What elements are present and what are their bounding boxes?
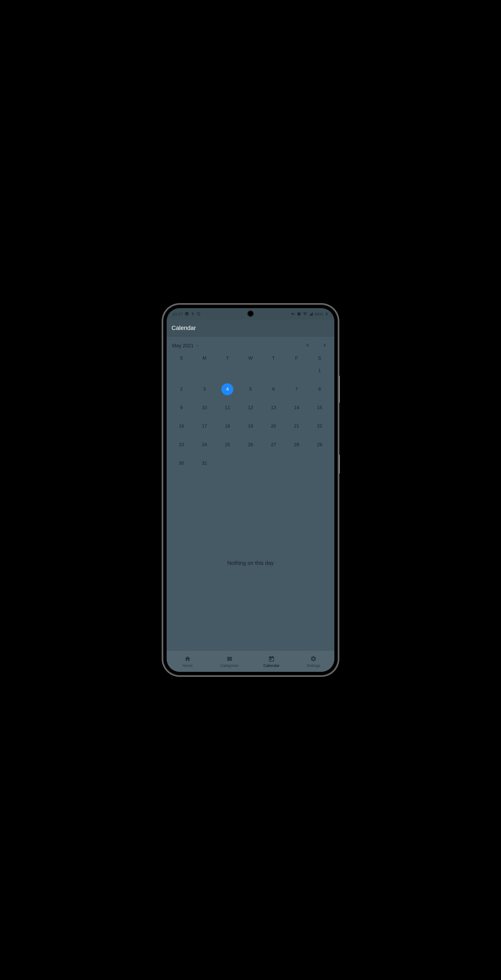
- day-cell[interactable]: 10: [193, 401, 216, 414]
- status-left: 10:27: [172, 312, 201, 316]
- day-number: 18: [225, 423, 230, 429]
- day-cell[interactable]: 28: [285, 438, 308, 451]
- day-cell[interactable]: 19: [239, 420, 262, 433]
- month-row: May 2021: [167, 336, 334, 353]
- day-cell[interactable]: 7: [285, 383, 308, 396]
- day-number: 11: [225, 405, 230, 410]
- chevron-right-icon: [321, 342, 328, 349]
- day-cell[interactable]: 4: [216, 383, 239, 396]
- calendar-icon: [268, 655, 275, 662]
- volume-rocker: [339, 375, 340, 403]
- day-number: 16: [179, 423, 184, 429]
- days-grid: 1234567891011121314151617181920212223242…: [170, 364, 331, 470]
- month-label-text: May 2021: [172, 343, 194, 349]
- image-icon: [184, 312, 189, 316]
- calendar-grid: SMTWTFS 12345678910111213141516171819202…: [167, 353, 334, 475]
- app-bar: Calendar: [167, 320, 334, 336]
- day-number: 4: [221, 383, 233, 395]
- nav-home[interactable]: Home: [167, 651, 208, 672]
- battery-percent: 69%: [315, 312, 323, 316]
- gear-icon: [310, 655, 317, 662]
- page-title: Calendar: [172, 325, 196, 332]
- day-cell[interactable]: 6: [262, 383, 285, 396]
- day-number: 1: [318, 368, 321, 374]
- camera-notch: [247, 310, 254, 317]
- day-cell[interactable]: 12: [239, 401, 262, 414]
- day-number: 20: [271, 423, 276, 429]
- weekday-label: S: [308, 356, 331, 361]
- weekday-label: F: [285, 356, 308, 361]
- weekday-label: T: [216, 356, 239, 361]
- day-cell[interactable]: 20: [262, 420, 285, 433]
- day-number: 6: [272, 387, 275, 392]
- day-number: 27: [271, 442, 276, 447]
- day-cell[interactable]: 29: [308, 438, 331, 451]
- usb-icon: [191, 312, 195, 316]
- day-cell[interactable]: 26: [239, 438, 262, 451]
- day-cell[interactable]: 25: [216, 438, 239, 451]
- day-number: 13: [271, 405, 276, 410]
- nav-calendar[interactable]: Calendar: [250, 651, 293, 672]
- day-number: 7: [295, 387, 297, 392]
- day-cell[interactable]: 8: [308, 383, 331, 396]
- nav-categories[interactable]: Categories: [208, 651, 250, 672]
- battery-icon: [324, 312, 329, 316]
- month-picker[interactable]: May 2021: [172, 343, 200, 349]
- day-cell[interactable]: 17: [193, 420, 216, 433]
- empty-day-text: Nothing on this day: [227, 560, 274, 566]
- bottom-nav: Home Categories Calendar Settings: [167, 651, 334, 672]
- day-cell[interactable]: 18: [216, 420, 239, 433]
- day-number: 24: [202, 442, 207, 447]
- day-cell[interactable]: 15: [308, 401, 331, 414]
- day-number: 2: [180, 387, 183, 392]
- day-cell[interactable]: 3: [193, 383, 216, 396]
- day-cell[interactable]: 23: [170, 438, 193, 451]
- day-number: 23: [179, 442, 184, 447]
- day-number: 17: [202, 423, 207, 429]
- day-number: 15: [317, 405, 322, 410]
- sync-off-icon: [197, 312, 201, 316]
- prev-month-button[interactable]: [303, 341, 312, 350]
- signal-icon: [309, 312, 313, 316]
- phone-frame: 10:27: [163, 305, 338, 675]
- day-number: 30: [179, 461, 184, 466]
- day-cell[interactable]: 11: [216, 401, 239, 414]
- day-number: 19: [248, 423, 253, 429]
- home-icon: [184, 655, 191, 662]
- day-cell[interactable]: 14: [285, 401, 308, 414]
- day-cell-empty: [285, 364, 308, 377]
- day-cell[interactable]: 1: [308, 364, 331, 377]
- day-cell[interactable]: 5: [239, 383, 262, 396]
- weekday-label: S: [170, 356, 193, 361]
- mute-icon: [291, 312, 295, 316]
- day-cell[interactable]: 2: [170, 383, 193, 396]
- empty-day-message: Nothing on this day: [167, 475, 334, 651]
- day-number: 3: [203, 387, 205, 392]
- nav-calendar-label: Calendar: [263, 663, 280, 668]
- phone-screen: 10:27: [167, 308, 334, 672]
- day-cell-empty: [216, 364, 239, 377]
- month-nav: [303, 341, 329, 350]
- weekday-label: M: [193, 356, 216, 361]
- alarm-icon: [297, 312, 301, 316]
- day-cell[interactable]: 13: [262, 401, 285, 414]
- weekday-label: T: [262, 356, 285, 361]
- nav-categories-label: Categories: [220, 663, 239, 668]
- day-cell[interactable]: 9: [170, 401, 193, 414]
- day-cell[interactable]: 21: [285, 420, 308, 433]
- day-cell[interactable]: 27: [262, 438, 285, 451]
- day-number: 10: [202, 405, 207, 410]
- day-cell[interactable]: 30: [170, 457, 193, 470]
- next-month-button[interactable]: [320, 341, 329, 350]
- nav-settings-label: Settings: [307, 663, 320, 668]
- day-number: 9: [180, 405, 183, 410]
- nav-home-label: Home: [183, 663, 192, 668]
- day-cell[interactable]: 22: [308, 420, 331, 433]
- day-cell[interactable]: 16: [170, 420, 193, 433]
- day-number: 31: [202, 461, 207, 466]
- day-number: 14: [294, 405, 299, 410]
- day-cell[interactable]: 24: [193, 438, 216, 451]
- nav-settings[interactable]: Settings: [293, 651, 334, 672]
- day-cell-empty: [262, 364, 285, 377]
- day-cell[interactable]: 31: [193, 457, 216, 470]
